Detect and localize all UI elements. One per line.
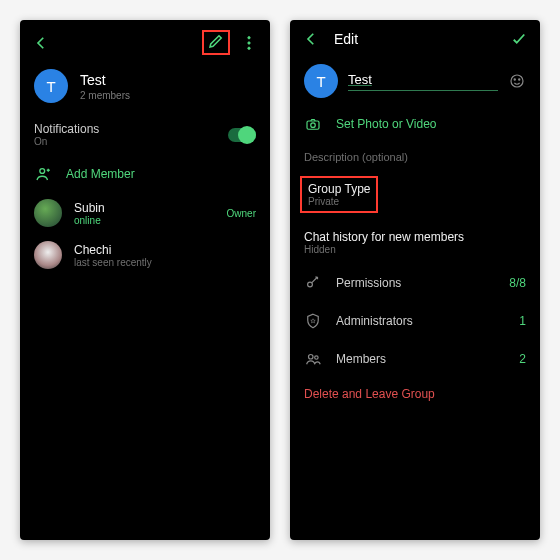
- svg-point-2: [248, 47, 250, 49]
- svg-point-0: [248, 36, 250, 38]
- add-member-row[interactable]: Add Member: [20, 156, 270, 192]
- description-row[interactable]: Description (optional): [290, 142, 540, 172]
- group-name-input[interactable]: Test: [348, 72, 498, 91]
- set-photo-row[interactable]: Set Photo or Video: [290, 106, 540, 142]
- topbar: Edit: [290, 20, 540, 58]
- more-vertical-icon[interactable]: [240, 34, 258, 52]
- camera-icon: [304, 115, 322, 133]
- shield-icon: [304, 312, 322, 330]
- admins-label: Administrators: [336, 314, 413, 328]
- group-type-highlight: Group Type Private: [300, 176, 378, 213]
- svg-point-5: [514, 79, 515, 80]
- chat-history-label: Chat history for new members: [304, 230, 526, 244]
- header-title: Edit: [334, 31, 358, 47]
- member-avatar: [34, 199, 62, 227]
- svg-point-10: [309, 355, 314, 360]
- member-status: online: [74, 215, 105, 226]
- edit-highlight: [202, 30, 230, 55]
- group-type-label[interactable]: Group Type: [308, 182, 370, 196]
- notifications-label: Notifications: [34, 122, 99, 136]
- members-label: Members: [336, 352, 386, 366]
- svg-point-8: [311, 123, 316, 128]
- member-row[interactable]: Chechi last seen recently: [20, 234, 270, 276]
- notifications-status: On: [34, 136, 99, 147]
- group-header: T Test 2 members: [20, 65, 270, 113]
- svg-point-4: [511, 75, 523, 87]
- check-icon[interactable]: [510, 30, 528, 48]
- permissions-row[interactable]: Permissions 8/8: [290, 264, 540, 302]
- group-subtitle: 2 members: [80, 90, 130, 101]
- edit-group-screen: Edit T Test Set Photo or Video Descripti…: [290, 20, 540, 540]
- members-row[interactable]: Members 2: [290, 340, 540, 378]
- emoji-icon[interactable]: [508, 72, 526, 90]
- member-name: Chechi: [74, 243, 152, 257]
- add-member-label: Add Member: [66, 167, 135, 181]
- group-title: Test: [80, 72, 130, 88]
- key-icon: [304, 274, 322, 292]
- topbar: [20, 20, 270, 65]
- svg-point-9: [308, 282, 313, 287]
- set-photo-label: Set Photo or Video: [336, 117, 437, 131]
- member-row[interactable]: Subin online Owner: [20, 192, 270, 234]
- delete-group-row[interactable]: Delete and Leave Group: [290, 378, 540, 410]
- pencil-icon[interactable]: [207, 32, 225, 50]
- members-count: 2: [519, 352, 526, 366]
- svg-rect-7: [307, 121, 319, 129]
- admins-row[interactable]: Administrators 1: [290, 302, 540, 340]
- member-avatar: [34, 241, 62, 269]
- description-label: Description (optional): [304, 151, 408, 163]
- admins-count: 1: [519, 314, 526, 328]
- svg-point-1: [248, 41, 250, 43]
- member-name: Subin: [74, 201, 105, 215]
- notifications-row[interactable]: Notifications On: [20, 113, 270, 156]
- member-status: last seen recently: [74, 257, 152, 268]
- edit-title-row: T Test: [290, 58, 540, 106]
- people-icon: [304, 350, 322, 368]
- chat-history-value: Hidden: [304, 244, 526, 255]
- notifications-toggle[interactable]: [228, 128, 256, 142]
- group-info-screen: T Test 2 members Notifications On Add Me…: [20, 20, 270, 540]
- permissions-count: 8/8: [509, 276, 526, 290]
- back-arrow-icon[interactable]: [302, 30, 320, 48]
- svg-point-6: [519, 79, 520, 80]
- group-type-value: Private: [308, 196, 370, 207]
- delete-group-label: Delete and Leave Group: [304, 387, 435, 401]
- chat-history-row[interactable]: Chat history for new members Hidden: [290, 221, 540, 264]
- permissions-label: Permissions: [336, 276, 401, 290]
- member-role: Owner: [227, 208, 256, 219]
- group-avatar[interactable]: T: [304, 64, 338, 98]
- add-member-icon: [34, 165, 52, 183]
- svg-point-11: [315, 356, 318, 359]
- svg-point-3: [40, 169, 45, 174]
- group-avatar[interactable]: T: [34, 69, 68, 103]
- back-arrow-icon[interactable]: [32, 34, 50, 52]
